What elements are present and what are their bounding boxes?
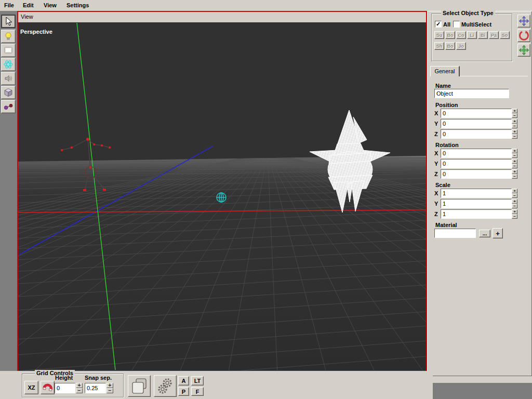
viewport-titlebar[interactable]: View — [18, 12, 426, 22]
viewport-title: View — [21, 14, 33, 20]
select-cursor-icon — [3, 16, 14, 26]
mesh-tool-button[interactable] — [1, 86, 16, 99]
right-panel: Select Object Type ✓ All MultiSelect Su … — [427, 11, 532, 376]
rotation-x-input[interactable] — [441, 149, 512, 158]
type-button-bo[interactable]: Bo — [445, 31, 455, 39]
mode-p-button[interactable]: P — [178, 387, 189, 396]
particle-icon — [3, 59, 14, 70]
name-input[interactable] — [434, 89, 509, 98]
plane-icon — [3, 45, 14, 56]
type-button-bo2[interactable]: Bo — [445, 42, 455, 50]
axis-z-label: Z — [434, 131, 438, 137]
mode-f-button[interactable]: F — [191, 387, 204, 396]
type-button-su[interactable]: Su — [434, 31, 444, 39]
scale-icon — [518, 45, 529, 56]
scale-x-input[interactable] — [441, 189, 512, 198]
axis-y-label: Y — [434, 161, 438, 167]
tab-general[interactable]: General — [430, 66, 460, 76]
name-label: Name — [435, 83, 451, 89]
type-button-so[interactable]: So — [500, 31, 510, 39]
rotation-label: Rotation — [435, 142, 459, 148]
settings-gears-button[interactable] — [154, 375, 177, 397]
scale-y-spinner[interactable]: +− — [512, 199, 517, 208]
position-y-input[interactable] — [441, 119, 512, 128]
sound-icon — [3, 73, 14, 84]
scale-tool-button[interactable] — [517, 44, 530, 57]
type-button-jo[interactable]: Jo — [456, 42, 466, 50]
camera-mode-label: Perspective — [20, 29, 52, 35]
position-x-spinner[interactable]: +− — [512, 109, 517, 118]
axis-x-label: X — [434, 150, 438, 156]
menu-view[interactable]: View — [44, 2, 57, 8]
rotate-icon — [518, 30, 529, 41]
group-title: Select Object Type — [441, 10, 495, 16]
snap-sep-spinner[interactable]: +− — [107, 383, 113, 393]
axis-z-label: Z — [434, 211, 438, 217]
type-button-pa[interactable]: Pa — [489, 31, 499, 39]
type-button-bi[interactable]: Bi — [478, 31, 488, 39]
light-icon — [3, 31, 14, 42]
height-input[interactable] — [55, 383, 75, 393]
snap-sep-label: Snap sep. — [85, 375, 112, 381]
scale-y-input[interactable] — [441, 199, 512, 208]
plane-tool-button[interactable] — [1, 44, 16, 57]
rotation-x-spinner[interactable]: +− — [512, 149, 517, 158]
type-button-sh[interactable]: Sh — [434, 42, 444, 50]
rotate-tool-button[interactable] — [517, 29, 530, 42]
axis-x-label: X — [434, 110, 438, 116]
snap-sep-input[interactable] — [85, 383, 106, 393]
viewport-3d-canvas[interactable]: Perspective — [18, 22, 426, 370]
rotation-z-spinner[interactable]: +− — [512, 169, 517, 179]
checkmark-icon: ✓ — [436, 21, 441, 27]
height-spinner[interactable]: +− — [76, 383, 83, 393]
material-input[interactable] — [434, 229, 476, 238]
viewport-window: View — [17, 11, 427, 371]
bones-icon — [3, 101, 14, 112]
type-button-li[interactable]: Li — [467, 31, 477, 39]
all-checkbox[interactable]: ✓ — [435, 21, 442, 28]
rotation-z-input[interactable] — [441, 169, 512, 179]
scale-z-input[interactable] — [441, 209, 512, 219]
mode-lt-button[interactable]: LT — [191, 376, 204, 385]
scale-z-spinner[interactable]: +− — [512, 209, 517, 219]
material-add-button[interactable]: + — [493, 228, 503, 238]
all-label: All — [443, 21, 450, 28]
type-button-co[interactable]: Co — [456, 31, 466, 39]
menu-file[interactable]: File — [4, 2, 14, 8]
left-toolbar — [0, 11, 17, 371]
select-tool-button[interactable] — [1, 15, 16, 28]
position-z-spinner[interactable]: +− — [512, 129, 517, 139]
position-y-spinner[interactable]: +− — [512, 119, 517, 128]
axis-y-label: Y — [434, 201, 438, 207]
position-z-input[interactable] — [441, 129, 512, 139]
particle-tool-button[interactable] — [1, 58, 16, 71]
scale-x-spinner[interactable]: +− — [512, 189, 517, 198]
mesh-icon — [3, 87, 14, 98]
scale-label: Scale — [435, 182, 450, 188]
menu-edit[interactable]: Edit — [23, 2, 34, 8]
bones-tool-button[interactable] — [1, 100, 16, 113]
menu-bar: File Edit View Settings — [0, 0, 532, 11]
multiselect-checkbox[interactable] — [453, 21, 460, 28]
height-label: Height — [55, 375, 73, 381]
menu-settings[interactable]: Settings — [66, 2, 89, 8]
position-label: Position — [435, 102, 458, 108]
tab-panel-edge — [460, 76, 528, 76]
axis-y-label: Y — [434, 121, 438, 127]
light-tool-button[interactable] — [1, 30, 16, 43]
window-background-corner — [433, 383, 532, 399]
snap-magnet-button[interactable] — [41, 381, 55, 394]
duplicate-icon — [130, 377, 149, 395]
duplicate-button[interactable] — [128, 375, 151, 397]
axis-z-label: Z — [434, 171, 438, 177]
tab-label: General — [434, 68, 455, 74]
material-browse-button[interactable]: ... — [479, 230, 490, 237]
mode-a-button[interactable]: A — [178, 376, 189, 385]
sound-tool-button[interactable] — [1, 72, 16, 85]
rotation-y-input[interactable] — [441, 159, 512, 168]
grid-plane-button[interactable]: XZ — [24, 381, 38, 394]
rotation-y-spinner[interactable]: +− — [512, 159, 517, 168]
material-label: Material — [435, 222, 457, 228]
position-x-input[interactable] — [441, 109, 512, 118]
translate-tool-button[interactable] — [517, 15, 530, 28]
